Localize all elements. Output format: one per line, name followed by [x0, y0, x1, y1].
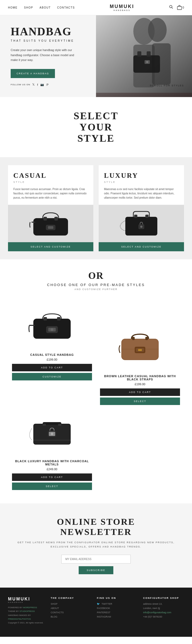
svg-point-23 — [140, 226, 142, 228]
products-section: CASUAL STYLE HANDBAG £199.00 ADD TO CART… — [0, 296, 192, 503]
product-3-select-button[interactable]: SELECT — [12, 483, 92, 490]
instagram-icon[interactable]: 📷 — [40, 83, 44, 86]
newsletter-form: Subscribe — [8, 555, 184, 574]
footer-link-shop[interactable]: SHOP — [51, 603, 91, 605]
product-1-image — [12, 304, 92, 349]
footer-logo-col: MUMUKI HANDBAGS POWERED BY WORDPRESS THE… — [8, 597, 45, 625]
or-description: AND CUSTOMIZE FURTHER — [8, 288, 184, 291]
scroll-label: SCROLL FOR STYLES ↓ — [150, 84, 184, 92]
logo-tagline: HANDBAGS — [110, 9, 134, 11]
logo-name: MUMUKI — [110, 4, 134, 9]
svg-rect-2 — [177, 6, 182, 10]
product-1-customize-button[interactable]: CUSTOMIZE — [12, 373, 92, 380]
email-input[interactable] — [61, 555, 131, 564]
casual-subtitle: STYLE — [13, 181, 88, 183]
product-3-image — [12, 410, 92, 456]
footer-twitter[interactable]: 🐦 TWITTER — [97, 603, 138, 605]
footer: MUMUKI HANDBAGS POWERED BY WORDPRESS THE… — [0, 588, 192, 637]
svg-point-0 — [170, 5, 172, 8]
product-3-price: £249.00 — [12, 468, 92, 471]
svg-rect-17 — [48, 226, 53, 229]
svg-rect-38 — [121, 349, 159, 349]
nav-home[interactable]: HOME — [8, 6, 18, 9]
brand-logo[interactable]: MUMUKI HANDBAGS — [110, 4, 134, 11]
footer-facebook[interactable]: FACEBOOK — [97, 607, 138, 610]
svg-point-46 — [51, 433, 53, 435]
product-2-cart-button[interactable]: ADD TO CART — [100, 388, 180, 396]
twitter-icon[interactable]: 𝕏 — [32, 83, 35, 86]
footer-instagram[interactable]: INSTAGRAM — [97, 615, 138, 618]
casual-style-card: CASUAL STYLE Fusce laoreet cursus accums… — [8, 165, 93, 251]
product-empty-slot — [96, 408, 184, 493]
product-2-image — [100, 325, 180, 371]
casual-title: CASUAL — [13, 172, 88, 180]
svg-rect-47 — [33, 440, 71, 441]
product-brown-leather: BROWN LEATHER CASUAL HANDBAG WITH BLACK … — [96, 323, 184, 408]
hero-content: HANDBAG THAT SUITS YOU EVERYTIME Create … — [0, 15, 85, 97]
cart-icon[interactable]: 0 — [177, 5, 184, 10]
footer-phone: +44 (0)7 5878150 — [143, 615, 184, 618]
footer-address: address street 13, — [143, 603, 184, 605]
footer-company-heading: THE COMPANY — [51, 597, 91, 599]
casual-select-button[interactable]: SELECT AND CUSTOMIZE — [8, 242, 93, 251]
svg-rect-21 — [145, 215, 149, 218]
hero-subtitle: THAT SUITS YOU EVERYTIME — [11, 39, 75, 42]
style-cards-section: CASUAL STYLE Fusce laoreet cursus accums… — [0, 157, 192, 259]
footer-link-contacts[interactable]: CONTACTS — [51, 611, 91, 614]
product-1-cart-button[interactable]: ADD TO CART — [12, 364, 92, 371]
follow-section: FOLLOW US ON 𝕏 f 📷 P — [11, 83, 75, 86]
search-icon[interactable] — [169, 5, 173, 10]
footer-link-blog[interactable]: BLOG — [51, 615, 91, 618]
casual-bag-image — [8, 205, 93, 242]
footer-company-col: THE COMPANY SHOP ABOUT CONTACTS BLOG — [51, 597, 91, 625]
svg-rect-26 — [57, 317, 61, 321]
footer-city: London, nw4 2jj — [143, 607, 184, 610]
footer-credits: POWERED BY WORDPRESS THEME BY STUDIOPRES… — [8, 606, 45, 625]
newsletter-section: ONLINE STORE NEWSLETTER GET THE LATEST N… — [0, 503, 192, 587]
product-black-luxury: BLACK LUXURY HANDBAG WITH CHARCOAL METAL… — [8, 408, 96, 493]
svg-point-30 — [51, 328, 53, 331]
nav-links: HOME SHOP ABOUT CONTACTS — [8, 6, 75, 9]
footer-pinterest[interactable]: PINTEREST — [97, 611, 138, 614]
scroll-arrow: ↓ — [150, 88, 184, 92]
pinterest-icon[interactable]: P — [46, 83, 49, 86]
footer-email[interactable]: info@configuratorbag.com — [143, 611, 184, 614]
newsletter-heading: ONLINE STORE NEWSLETTER — [8, 517, 184, 537]
select-style-section: SELECT YOUR STYLE — [0, 97, 192, 157]
footer-shop-heading: CONFIGURATOR SHOP — [143, 597, 184, 599]
product-3-cart-button[interactable]: ADD TO CART — [12, 473, 92, 481]
footer-top: MUMUKI HANDBAGS POWERED BY WORDPRESS THE… — [8, 597, 184, 625]
product-2-select-button[interactable]: SELECT — [100, 398, 180, 405]
wordpress-link[interactable]: WORDPRESS — [23, 606, 37, 609]
luxury-subtitle: STYLE — [104, 181, 179, 183]
footer-shop-col: CONFIGURATOR SHOP address street 13, Lon… — [143, 597, 184, 625]
footer-link-about[interactable]: ABOUT — [51, 607, 91, 610]
nav-icons: 0 — [169, 5, 184, 10]
footer-social-col: FIND US ON 🐦 TWITTER FACEBOOK PINTEREST … — [97, 597, 138, 625]
copyright: Copyright © 2021. All rights reserved. — [8, 621, 45, 625]
svg-rect-42 — [43, 424, 46, 426]
product-1-name: CASUAL STYLE HANDBAG — [12, 353, 92, 356]
facebook-icon[interactable]: f — [37, 83, 38, 86]
create-handbag-button[interactable]: CREATE A HANDBAG — [11, 69, 55, 78]
product-casual-black: CASUAL STYLE HANDBAG £199.00 ADD TO CART… — [8, 301, 96, 408]
images-link[interactable]: FREEDIGITALPHOTOS — [8, 618, 31, 620]
subscribe-button[interactable]: Subscribe — [79, 566, 113, 574]
studiopress-link[interactable]: STUDIOPRESS — [19, 610, 35, 612]
hero-section: HANDBAG THAT SUITS YOU EVERYTIME Create … — [0, 15, 192, 97]
follow-label: FOLLOW US ON — [11, 83, 30, 86]
hero-description: Create your own unique handbag style wit… — [11, 48, 75, 63]
products-row-1: CASUAL STYLE HANDBAG £199.00 ADD TO CART… — [8, 301, 184, 408]
svg-rect-8 — [133, 55, 160, 73]
nav-shop[interactable]: SHOP — [24, 6, 33, 9]
luxury-title: LUXURY — [104, 172, 179, 180]
twitter-social-icon: 🐦 — [97, 603, 100, 605]
nav-about[interactable]: ABOUT — [39, 6, 51, 9]
svg-rect-14 — [43, 217, 47, 221]
svg-rect-15 — [54, 217, 58, 221]
luxury-select-button[interactable]: SELECT AND CUSTOMIZE — [99, 242, 184, 251]
nav-contacts[interactable]: CONTACTS — [57, 6, 75, 9]
footer-logo-name: MUMUKI — [8, 597, 45, 601]
cart-count: 0 — [182, 6, 184, 9]
casual-description: Fusce laoreet cursus accumsan. Proin ac … — [13, 187, 88, 200]
